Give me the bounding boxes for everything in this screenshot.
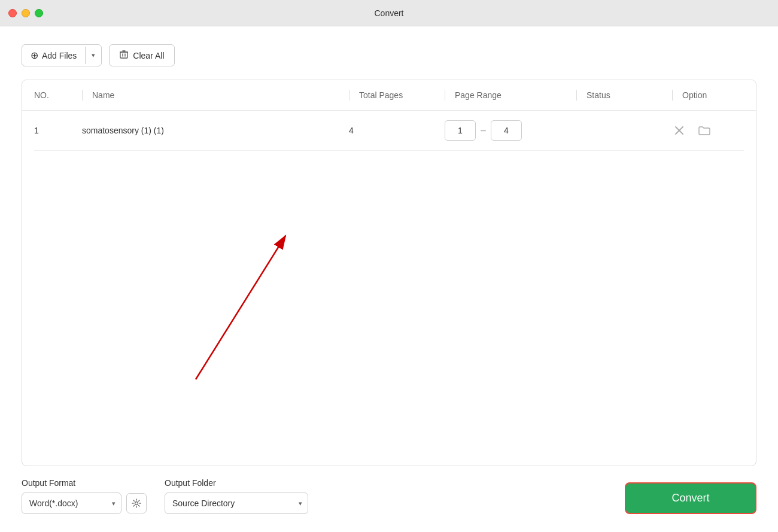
add-files-dropdown-button[interactable]: ▾ [85, 47, 101, 64]
app-title: Convert [374, 8, 403, 18]
maximize-button[interactable] [35, 9, 43, 17]
svg-line-8 [196, 236, 285, 379]
page-range-start-input[interactable] [445, 120, 476, 141]
col-page-range: Page Range [445, 80, 576, 110]
table-row: 1 somatosensory (1) (1) 4 – [34, 111, 744, 151]
settings-gear-icon [132, 498, 141, 508]
row-status [576, 126, 672, 135]
col-total-pages: Total Pages [349, 80, 445, 110]
row-filename: somatosensory (1) (1) [82, 121, 349, 140]
close-button[interactable] [8, 9, 17, 17]
format-select-wrapper: Word(*.docx) Excel(*.xlsx) PowerPoint(*.… [22, 493, 121, 514]
clear-all-label: Clear All [133, 51, 164, 60]
output-format-label: Output Format [22, 478, 147, 488]
folder-select-wrapper: Source Directory Custom Directory ▾ [165, 493, 308, 514]
toolbar: ⊕ Add Files ▾ Clear All [22, 44, 756, 66]
table-body: 1 somatosensory (1) (1) 4 – [22, 111, 756, 466]
file-table: NO. Name Total Pages Page Range Status O… [22, 80, 756, 466]
arrow-overlay [22, 116, 756, 466]
row-total-pages: 4 [349, 121, 445, 140]
main-content: ⊕ Add Files ▾ Clear All [0, 26, 778, 532]
add-files-button-group[interactable]: ⊕ Add Files ▾ [22, 44, 102, 66]
open-folder-button[interactable] [696, 123, 713, 138]
page-range-end-input[interactable] [491, 120, 522, 141]
annotation-arrow-svg [22, 122, 756, 391]
output-folder-label: Output Folder [165, 478, 308, 488]
svg-rect-0 [120, 52, 127, 58]
format-select[interactable]: Word(*.docx) Excel(*.xlsx) PowerPoint(*.… [22, 493, 121, 514]
col-option: Option [672, 80, 744, 110]
row-option [672, 118, 744, 142]
add-files-main-button[interactable]: ⊕ Add Files [22, 45, 85, 66]
remove-file-button[interactable] [672, 123, 686, 138]
convert-button[interactable]: Convert [625, 482, 756, 514]
bottom-bar: Output Format Word(*.docx) Excel(*.xlsx)… [22, 466, 756, 514]
folder-select[interactable]: Source Directory Custom Directory [165, 493, 308, 514]
page-range-inputs: – [445, 120, 576, 141]
window-controls [8, 9, 43, 17]
plus-circle-icon: ⊕ [31, 50, 38, 61]
table-header: NO. Name Total Pages Page Range Status O… [22, 80, 756, 111]
add-files-label: Add Files [42, 51, 77, 60]
svg-point-9 [135, 502, 138, 505]
titlebar: Convert [0, 0, 778, 26]
minimize-button[interactable] [22, 9, 30, 17]
output-folder-section: Output Folder Source Directory Custom Di… [165, 478, 308, 514]
output-format-section: Output Format Word(*.docx) Excel(*.xlsx)… [22, 478, 147, 514]
output-format-row: Word(*.docx) Excel(*.xlsx) PowerPoint(*.… [22, 493, 147, 514]
row-no: 1 [34, 121, 82, 140]
col-name: Name [82, 80, 349, 110]
col-no: NO. [34, 80, 82, 110]
col-status: Status [576, 80, 672, 110]
trash-icon [119, 50, 129, 61]
row-page-range: – [445, 115, 576, 145]
chevron-down-icon: ▾ [92, 51, 95, 59]
page-range-dash: – [481, 125, 486, 136]
settings-button[interactable] [126, 493, 147, 513]
clear-all-button[interactable]: Clear All [109, 44, 174, 66]
option-icons [672, 123, 744, 138]
